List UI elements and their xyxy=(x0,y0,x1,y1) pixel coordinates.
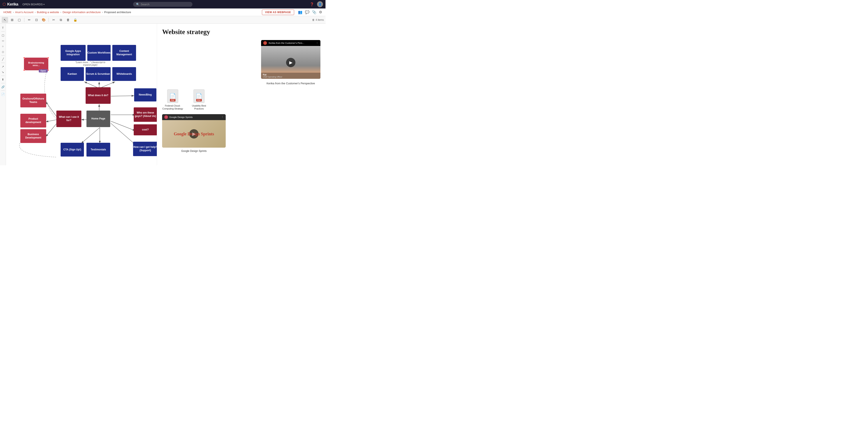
video2-label: Google Design Sprints xyxy=(181,150,207,153)
rectangle-tool[interactable]: ▢ xyxy=(1,33,5,37)
grid-tool[interactable]: ⊞ xyxy=(9,17,15,23)
breadcrumb-home[interactable]: HOME xyxy=(3,10,12,14)
cut-tool[interactable]: ✂ xyxy=(51,17,57,23)
attachment-federal[interactable]: 📄 Federal-Cloud-Computing-Strategy xyxy=(162,89,183,111)
bc-sep-3: › xyxy=(60,10,61,14)
home-page-label: Home Page xyxy=(91,117,105,121)
onshore-offshore-label: Onshore/Offshore Teams xyxy=(20,97,46,104)
custom-workflows-label: Custom Workflows xyxy=(88,51,111,55)
breadcrumb-account[interactable]: Arun's Account xyxy=(15,10,33,14)
view-as-webpage-button[interactable]: VIEW AS WEBPAGE xyxy=(262,9,294,15)
svg-line-9 xyxy=(111,121,135,131)
right-panel-title: Website strategy xyxy=(162,28,320,36)
kerika-logo-icon: ⬡ xyxy=(3,2,6,6)
video1-play-button[interactable]: ▶ xyxy=(286,58,296,67)
what-does-it-do-box[interactable]: What does it do? xyxy=(86,87,111,104)
acrobat-icon-2: 📄 xyxy=(195,93,203,99)
video1-container[interactable]: ⬡ Kerika from the Customer's Pers... ⋮ K… xyxy=(261,40,320,79)
video1-bar: ⬡ Kerika from the Customer's Pers... ⋮ xyxy=(261,40,320,46)
users-icon[interactable]: 👥 xyxy=(298,10,302,14)
video1-title: Kerika from the Customer's Pers... xyxy=(269,42,314,44)
open-label[interactable]: Open xyxy=(39,69,48,72)
search-bar[interactable]: 🔍 xyxy=(133,2,192,7)
settings-icon[interactable]: ⚙ xyxy=(319,10,322,14)
google-apps-box[interactable]: Google Apps integration xyxy=(61,45,86,61)
rounded-rect-tool[interactable]: ▭ xyxy=(1,38,5,43)
box-tool[interactable]: ▢ xyxy=(16,17,23,23)
link-tool[interactable]: 🔗 xyxy=(1,85,5,89)
fill-tool[interactable]: 🎨 xyxy=(40,17,47,23)
kanban-label: Kanban xyxy=(68,72,77,76)
lock-tool[interactable]: 🔒 xyxy=(72,17,79,23)
how-can-i-help-box[interactable]: How can I get help? (Support) xyxy=(133,142,157,156)
google-apps-label: Google Apps integration xyxy=(61,50,86,56)
video1-thumbnail: Kaz Chief Operating Officer ▶ xyxy=(261,46,320,79)
video2-container[interactable]: ⬡ Google Design Sprints ⋮ ▶ Google Desig… xyxy=(162,114,226,148)
logo-area: ⬡ Kerika xyxy=(3,2,18,6)
attachment-icon[interactable]: 📎 xyxy=(312,10,316,14)
acrobat-icon: 📄 xyxy=(169,93,176,99)
video2-more-icon[interactable]: ⋮ xyxy=(221,116,223,118)
open-boards-button[interactable]: OPEN BOARDS ▾ xyxy=(21,2,46,7)
video1-label: Kerika from the Customer's Perspective xyxy=(267,82,315,85)
search-input[interactable] xyxy=(141,3,187,6)
whiteboards-label: Whiteboards xyxy=(117,72,132,76)
text-tool[interactable]: T xyxy=(1,25,5,30)
page-tool[interactable]: 📄 xyxy=(1,92,5,97)
business-dev-box[interactable]: Business Development xyxy=(20,129,46,143)
content-mgmt-box[interactable]: Content Management xyxy=(112,45,136,61)
whiteboards-box[interactable]: Whiteboards xyxy=(112,67,136,81)
upload-tool[interactable]: ⬆ xyxy=(1,77,5,82)
chat-icon[interactable]: 💬 xyxy=(305,10,309,14)
brainstorm-box[interactable]: Brainstorming sess... xyxy=(24,58,48,70)
breadcrumb-section[interactable]: Design information architecture xyxy=(63,10,101,14)
breadcrumb-board[interactable]: Building a website xyxy=(37,10,59,14)
who-are-these-box[interactable]: Who are these guys? (About Us) xyxy=(134,107,157,122)
product-dev-label: Product development xyxy=(20,117,46,124)
arrow-left-tool[interactable]: ↗ xyxy=(1,70,5,74)
content-mgmt-label: Content Management xyxy=(112,50,136,56)
corner-dot-bl xyxy=(23,69,25,71)
side-sep-3 xyxy=(1,63,5,63)
custom-workflows-box[interactable]: Custom Workflows xyxy=(87,45,111,61)
svg-line-15 xyxy=(46,123,57,137)
cost-box[interactable]: cost? xyxy=(134,124,157,135)
diagram-area: Brainstorming sess... Open "Learn more..… xyxy=(6,24,163,165)
federal-pdf-icon: 📄 xyxy=(167,89,178,103)
testimonials-box[interactable]: Testimonials xyxy=(87,143,110,157)
product-dev-box[interactable]: Product development xyxy=(20,114,46,127)
oval-tool[interactable]: ○ xyxy=(1,44,5,49)
crop-tool[interactable]: ⊡ xyxy=(33,17,40,23)
attachments-row: 📄 Federal-Cloud-Computing-Strategy 📄 Usa… xyxy=(162,89,320,111)
pen-tool[interactable]: ✏ xyxy=(26,17,32,23)
what-can-i-use-box[interactable]: What can I use it for? xyxy=(56,111,82,127)
arrow-tool[interactable]: ↗ xyxy=(1,64,5,69)
side-sep-1 xyxy=(1,31,5,32)
topbar-right: ❓ 👤 xyxy=(310,1,323,7)
federal-pdf-label: Federal-Cloud-Computing-Strategy xyxy=(162,104,183,111)
attachment-usability[interactable]: 📄 Usability Best Practices xyxy=(188,89,210,111)
scrum-label: Scrum & Scrumban xyxy=(86,72,110,76)
breadcrumb-bar: HOME › Arun's Account › Building a websi… xyxy=(0,8,326,16)
line-tool[interactable]: ╱ xyxy=(1,57,5,61)
svg-line-10 xyxy=(81,127,100,144)
video1-more-icon[interactable]: ⋮ xyxy=(316,42,318,44)
video1-kerika-icon: ⬡ xyxy=(263,41,267,45)
help-icon[interactable]: ❓ xyxy=(310,2,314,6)
side-sep-2 xyxy=(1,55,5,56)
news-blog-box[interactable]: News/Blog xyxy=(134,88,156,101)
kanban-box[interactable]: Kanban xyxy=(61,67,84,81)
diamond-tool[interactable]: ◇ xyxy=(1,49,5,54)
home-page-box[interactable]: Home Page xyxy=(87,111,110,127)
onshore-offshore-box[interactable]: Onshore/Offshore Teams xyxy=(20,94,46,107)
cta-label: CTA (Sign Up!) xyxy=(63,148,81,152)
cta-box[interactable]: CTA (Sign Up!) xyxy=(61,143,84,157)
business-dev-label: Business Development xyxy=(20,133,46,139)
select-tool[interactable]: ↖ xyxy=(2,17,8,23)
avatar-icon[interactable]: 👤 xyxy=(317,1,323,7)
delete-tool[interactable]: 🗑 xyxy=(65,17,71,23)
svg-line-13 xyxy=(46,102,57,117)
scrum-box[interactable]: Scrum & Scrumban xyxy=(86,67,111,81)
copy-tool[interactable]: ⧉ xyxy=(58,17,64,23)
video1-person-title: Chief Operating Officer xyxy=(263,76,319,78)
